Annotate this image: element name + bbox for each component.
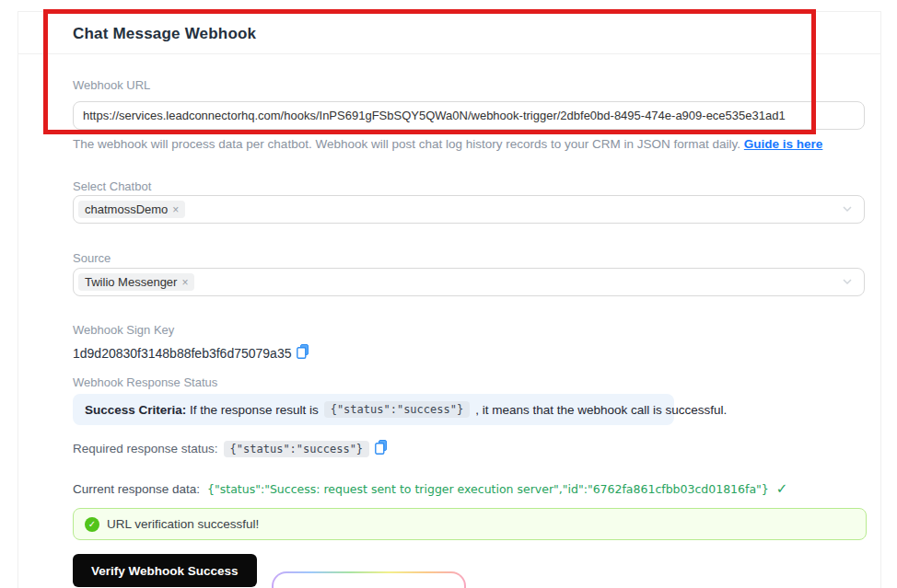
sign-key-value: 1d9d20830f3148b88feb3f6d75079a35 [73,346,291,361]
criteria-text-post: , it means that the webhook call is succ… [475,403,727,417]
page-title: Chat Message Webhook [73,25,880,43]
helper-text: The webhook will process data per chatbo… [73,137,744,151]
sign-key-row: 1d9d20830f3148b88feb3f6d75079a35 [73,344,309,362]
verify-webhook-button[interactable]: Verify Webhook Success [73,554,257,587]
success-criteria-box: Success Criteria: If the response result… [73,394,674,425]
source-tag-remove-icon[interactable]: × [181,276,188,289]
chevron-down-icon [842,274,853,291]
required-status-row: Required response status: {"status":"suc… [73,440,388,457]
verification-success-alert: ✓ URL verification successful! [73,508,867,540]
success-check-icon: ✓ [85,517,99,532]
alert-text: URL verification successful! [107,517,259,531]
sign-key-label: Webhook Sign Key [73,323,174,337]
copy-icon[interactable] [297,344,309,362]
webhook-url-helper: The webhook will process data per chatbo… [73,137,865,151]
current-response-value: {"status":"Success: request sent to trig… [207,482,769,496]
webhook-settings-card: Chat Message Webhook Webhook URL The web… [17,11,881,588]
required-status-label: Required response status: [73,442,218,455]
guide-link[interactable]: Guide is here [744,137,823,151]
source-select[interactable]: Twilio Messenger × [73,268,865,296]
source-label: Source [73,251,111,265]
copy-icon[interactable] [375,440,388,457]
response-status-label: Webhook Response Status [73,375,217,389]
chatbot-select[interactable]: chatmossDemo × [73,195,865,224]
current-response-row: Current response data: {"status":"Succes… [73,480,787,497]
chatbot-tag: chatmossDemo × [78,201,185,218]
check-icon: ✓ [776,480,788,497]
webhook-url-input[interactable] [73,101,865,130]
criteria-code: {"status":"success"} [324,401,471,418]
source-tag: Twilio Messenger × [78,273,194,291]
chevron-down-icon [842,202,853,218]
criteria-text-pre: If the response result is [190,403,319,417]
webhook-url-label: Webhook URL [73,78,150,92]
select-chatbot-label: Select Chatbot [73,179,151,193]
chatbot-tag-label: chatmossDemo [85,202,168,216]
rainbow-border-panel [272,571,466,588]
chatbot-tag-remove-icon[interactable]: × [172,203,179,216]
criteria-title: Success Criteria: [85,403,186,417]
current-response-label: Current response data: [73,482,200,496]
required-status-code: {"status":"success"} [224,441,370,457]
source-tag-label: Twilio Messenger [85,275,177,289]
card-header: Chat Message Webhook [18,12,880,54]
